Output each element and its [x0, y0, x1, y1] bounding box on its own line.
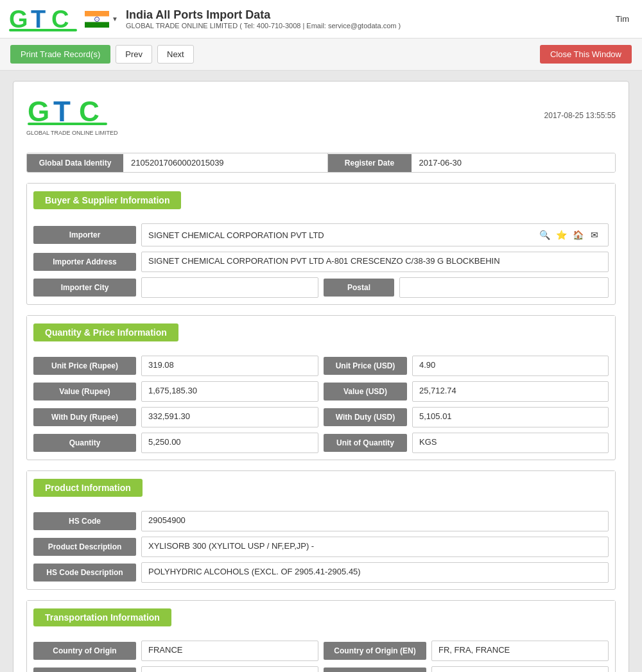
quantity-price-header: Quantity & Price Information — [27, 316, 615, 349]
card-logo-subtitle: GLOBAL TRADE ONLINE LIMITED — [26, 130, 118, 136]
product-description-label: Product Description — [33, 538, 136, 556]
identity-row: Global Data Identity 2105201706000201503… — [26, 153, 616, 173]
country-of-origin-en-value: FR, FRA, FRANCE — [431, 641, 609, 661]
product-description-row: Product Description XYLISORB 300 (XYLITO… — [33, 537, 609, 557]
importer-address-value: SIGNET CHEMICAL CORPORATION PVT LTD A-80… — [141, 252, 609, 272]
prev-button[interactable]: Prev — [116, 45, 152, 64]
country-of-origin-value: FRANCE — [141, 641, 318, 661]
product-description-value: XYLISORB 300 (XYLITOL USP / NF,EP,JP) - — [141, 537, 609, 557]
product-body: HS Code 29054900 Product Description XYL… — [27, 504, 615, 589]
product-header: Product Information — [27, 471, 615, 504]
with-duty-rupee-col: With Duty (Rupee) 332,591.30 — [33, 407, 318, 427]
value-rupee-value: 1,675,185.30 — [141, 381, 318, 402]
hs-code-description-label: HS Code Description — [33, 564, 136, 582]
transportation-header: Transportation Information — [27, 601, 615, 634]
transportation-section: Transportation Information Country of Or… — [26, 600, 616, 672]
global-data-identity-label: Global Data Identity — [27, 154, 123, 172]
svg-text:G: G — [9, 6, 28, 33]
toolbar: Print Trade Record(s) Prev Next Close Th… — [0, 39, 642, 71]
svg-rect-6 — [85, 11, 109, 17]
port-col: Indian Port Name JNPT SEA (INNSA1) — [33, 666, 318, 672]
postal-label: Postal — [324, 279, 394, 297]
header-title-area: India All Ports Import Data GLOBAL TRADE… — [126, 8, 401, 30]
quantity-row: Quantity 5,250.00 Unit of Quantity KGS — [33, 433, 609, 453]
buyer-supplier-section: Buyer & Supplier Information Importer SI… — [26, 183, 616, 305]
flag-dropdown-arrow[interactable]: ▼ — [112, 15, 118, 22]
country-of-origin-label: Country of Origin — [33, 642, 136, 660]
with-duty-rupee-label: With Duty (Rupee) — [33, 408, 136, 426]
importer-city-value — [141, 277, 318, 298]
main-content: G T C GLOBAL TRADE ONLINE LIMITED 2017-0… — [0, 71, 642, 672]
postal-value — [399, 277, 609, 298]
flag-area: ▼ — [85, 11, 118, 28]
indian-port-name-value: JNPT SEA (INNSA1) — [141, 666, 318, 672]
search-icon[interactable]: 🔍 — [537, 228, 551, 242]
hs-code-row: HS Code 29054900 — [33, 511, 609, 531]
print-button[interactable]: Print Trade Record(s) — [10, 45, 110, 64]
with-duty-usd-value: 5,105.01 — [412, 407, 609, 427]
unit-of-quantity-col: Unit of Quantity KGS — [324, 433, 609, 453]
close-window-button[interactable]: Close This Window — [540, 45, 632, 64]
quantity-price-section: Quantity & Price Information Unit Price … — [26, 315, 616, 460]
buyer-supplier-title: Buyer & Supplier Information — [33, 191, 181, 209]
importer-value: SIGNET CHEMICAL CORPORATION PVT LTD 🔍 ⭐ … — [141, 223, 609, 246]
unit-of-quantity-label: Unit of Quantity — [324, 434, 407, 452]
india-flag-icon — [85, 11, 109, 28]
product-title: Product Information — [33, 479, 143, 497]
hs-code-description-value: POLYHYDRIC ALCOHOLS (EXCL. OF 2905.41-29… — [141, 562, 609, 583]
svg-point-10 — [96, 19, 97, 19]
importer-icons: 🔍 ⭐ 🏠 ✉ — [537, 228, 602, 242]
header-subtitle: GLOBAL TRADE ONLINE LIMITED ( Tel: 400-7… — [126, 22, 401, 30]
unit-price-rupee-value: 319.08 — [141, 356, 318, 376]
importer-row: Importer SIGNET CHEMICAL CORPORATION PVT… — [33, 223, 609, 246]
importer-address-label: Importer Address — [33, 253, 136, 271]
with-duty-usd-label: With Duty (USD) — [324, 408, 407, 426]
be-number-col: BE Number 2291961 — [324, 666, 609, 672]
indian-port-name-label: Indian Port Name — [33, 668, 136, 672]
app-header: G T C ▼ India All Ports Import Data GLOB… — [0, 0, 642, 39]
unit-price-row: Unit Price (Rupee) 319.08 Unit Price (US… — [33, 356, 609, 376]
transportation-body: Country of Origin FRANCE Country of Orig… — [27, 634, 615, 672]
unit-price-rupee-col: Unit Price (Rupee) 319.08 — [33, 356, 318, 376]
be-number-value: 2291961 — [431, 666, 609, 672]
hs-code-value: 29054900 — [141, 511, 609, 531]
hs-code-label: HS Code — [33, 512, 136, 530]
header-user: Tim — [616, 14, 634, 24]
global-data-identity-value: 21052017060002015039 — [123, 153, 328, 172]
star-icon[interactable]: ⭐ — [554, 228, 568, 242]
mail-icon[interactable]: ✉ — [587, 228, 602, 242]
register-date-value: 2017-06-30 — [412, 153, 616, 172]
country-origin-col: Country of Origin FRANCE — [33, 641, 318, 661]
svg-rect-4 — [9, 29, 77, 31]
card-header: G T C GLOBAL TRADE ONLINE LIMITED 2017-0… — [26, 94, 616, 142]
quantity-value: 5,250.00 — [141, 433, 318, 453]
country-origin-en-col: Country of Origin (EN) FR, FRA, FRANCE — [324, 641, 609, 661]
unit-price-usd-label: Unit Price (USD) — [324, 357, 407, 375]
unit-price-rupee-label: Unit Price (Rupee) — [33, 357, 136, 375]
next-button[interactable]: Next — [157, 45, 194, 64]
importer-city-label: Importer City — [33, 279, 136, 297]
importer-address-row: Importer Address SIGNET CHEMICAL CORPORA… — [33, 252, 609, 272]
card-timestamp: 2017-08-25 13:55:55 — [544, 111, 616, 120]
with-duty-usd-col: With Duty (USD) 5,105.01 — [324, 407, 609, 427]
quantity-price-body: Unit Price (Rupee) 319.08 Unit Price (US… — [27, 349, 615, 460]
buyer-supplier-header: Buyer & Supplier Information — [27, 184, 615, 217]
value-rupee-label: Value (Rupee) — [33, 383, 136, 401]
svg-text:T: T — [31, 6, 46, 33]
country-of-origin-en-label: Country of Origin (EN) — [324, 642, 426, 660]
transportation-title: Transportation Information — [33, 608, 171, 626]
product-section: Product Information HS Code 29054900 Pro… — [26, 470, 616, 590]
svg-rect-15 — [28, 123, 107, 125]
city-postal-row: Importer City Postal — [33, 277, 609, 298]
home-icon[interactable]: 🏠 — [571, 228, 585, 242]
quantity-label: Quantity — [33, 434, 136, 452]
postal-col: Postal — [324, 277, 609, 298]
value-rupee-col: Value (Rupee) 1,675,185.30 — [33, 381, 318, 402]
svg-text:G: G — [28, 96, 49, 127]
gto-logo: G T C — [8, 4, 78, 33]
unit-price-usd-col: Unit Price (USD) 4.90 — [324, 356, 609, 376]
value-usd-label: Value (USD) — [324, 383, 407, 401]
hs-code-description-row: HS Code Description POLYHYDRIC ALCOHOLS … — [33, 562, 609, 583]
unit-of-quantity-value: KGS — [412, 433, 609, 453]
svg-rect-8 — [85, 22, 109, 28]
